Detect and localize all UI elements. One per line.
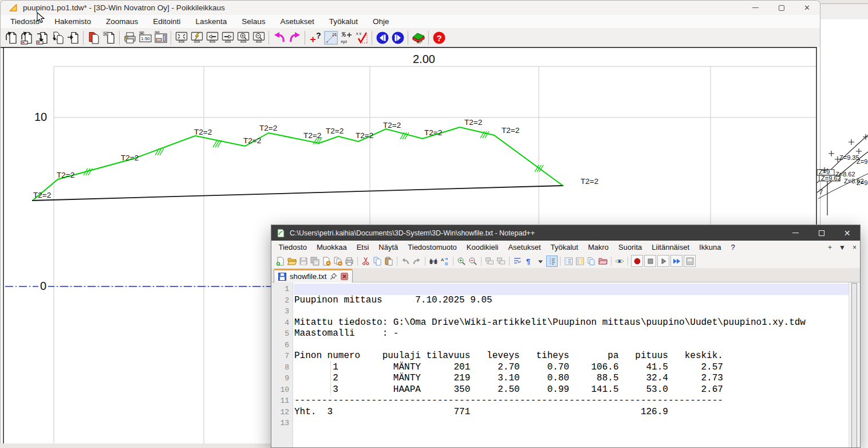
copy-icon: [373, 257, 382, 266]
np-menu-koodikieli[interactable]: Koodikieli: [461, 242, 503, 253]
menu-asetukset[interactable]: Asetukset: [273, 16, 321, 27]
pan-right-button[interactable]: [220, 30, 235, 45]
folder-workspace-button[interactable]: [597, 256, 609, 267]
np-menu-tykalut[interactable]: Työkalut: [546, 242, 583, 253]
np-menu-tiedostomuoto[interactable]: Tiedostomuoto: [403, 242, 462, 253]
paste-button[interactable]: [383, 256, 394, 267]
np-menu-muokkaa[interactable]: Muokkaa: [311, 242, 352, 253]
print-button[interactable]: [344, 256, 355, 267]
pan-left-button[interactable]: [204, 30, 220, 45]
menu-tiedosto[interactable]: Tiedosto: [3, 16, 47, 27]
menu-laskenta[interactable]: Laskenta: [188, 16, 234, 27]
tab-list-icon[interactable]: ▼: [839, 243, 846, 251]
np-menu-asetukset[interactable]: Asetukset: [503, 242, 546, 253]
doc-list-button[interactable]: [586, 256, 597, 267]
file-open-button[interactable]: [19, 30, 34, 45]
open-button[interactable]: [286, 256, 298, 267]
text-editor-area[interactable]: 12345678910111213 Puupinon mittaus 7.10.…: [271, 282, 860, 448]
redo-button[interactable]: [411, 256, 423, 267]
3dwin-titlebar[interactable]: puupino1.po1.tdw* - [3D-Win Novatron Oy]…: [1, 1, 820, 15]
sync-v-button[interactable]: [484, 256, 495, 267]
macro-stop-button[interactable]: [644, 255, 656, 267]
section-prev-button[interactable]: [374, 30, 390, 45]
file-prev-button[interactable]: [3, 30, 19, 45]
redo-button[interactable]: [287, 30, 302, 45]
line-code-21-button[interactable]: 21x: [323, 30, 338, 45]
zoom-in-button[interactable]: [456, 256, 467, 267]
zoom-out-button[interactable]: [467, 256, 479, 267]
file-save-button[interactable]: [34, 30, 50, 45]
save-all-button[interactable]: [309, 256, 321, 267]
vertical-scrollbar[interactable]: [849, 282, 860, 448]
file-copy-button[interactable]: [50, 30, 65, 45]
menu-tykalut[interactable]: Työkalut: [322, 16, 365, 27]
np-menu-tiedosto[interactable]: Tiedosto: [274, 242, 311, 253]
zoom-in-button[interactable]: [235, 30, 251, 45]
minimize-button[interactable]: [743, 1, 768, 15]
macro-save-button[interactable]: [684, 255, 696, 267]
copy-elements-button[interactable]: [86, 30, 101, 45]
np-menu-suorita[interactable]: Suorita: [614, 242, 647, 253]
minimize-button[interactable]: [783, 225, 808, 241]
macro-multi-button[interactable]: [670, 255, 682, 267]
replace-button[interactable]: AB: [439, 256, 451, 267]
pin-icon[interactable]: [330, 273, 337, 280]
zoom-all-button[interactable]: [173, 30, 189, 45]
sync-h-button[interactable]: [495, 256, 507, 267]
menu-hakemisto[interactable]: Hakemisto: [47, 16, 98, 27]
menu-ohje[interactable]: Ohje: [365, 16, 397, 27]
menu-zoomaus[interactable]: Zoomaus: [98, 16, 145, 27]
print-button[interactable]: [122, 30, 137, 45]
undo-button[interactable]: [271, 30, 287, 45]
np-menu-makro[interactable]: Makro: [583, 242, 613, 253]
np-menu-?[interactable]: ?: [726, 242, 740, 253]
close-button[interactable]: ✕: [794, 1, 820, 15]
file-export-button[interactable]: [65, 30, 81, 45]
tab-showfile[interactable]: showfile.txt: [274, 269, 353, 282]
dropdown-button[interactable]: [535, 256, 546, 267]
zoom-out-button[interactable]: [251, 30, 266, 45]
monitoring-button[interactable]: [614, 256, 625, 267]
find-button[interactable]: [428, 256, 439, 267]
close-button[interactable]: ✕: [834, 225, 860, 241]
macro-play-button[interactable]: [657, 255, 669, 267]
maximize-button[interactable]: [768, 1, 794, 15]
point-query-button[interactable]: ?: [307, 30, 323, 45]
np-menu-etsi[interactable]: Etsi: [352, 242, 374, 253]
scale-150-button[interactable]: 1:50: [137, 30, 153, 45]
undo-button[interactable]: [400, 256, 411, 267]
close-button[interactable]: [321, 256, 332, 267]
section-next-button[interactable]: [390, 30, 405, 45]
np-menu-ikkuna[interactable]: Ikkuna: [695, 242, 726, 253]
show-symbols-button[interactable]: ¶: [523, 256, 535, 267]
xyz-calc-button[interactable]: xyz: [338, 30, 354, 45]
plot-layout-button[interactable]: [153, 30, 168, 45]
new-tab-icon[interactable]: +: [828, 243, 832, 251]
np-menu-nyt[interactable]: Näytä: [374, 242, 403, 253]
new-button[interactable]: [275, 256, 286, 267]
notepad-tabbar: showfile.txt: [271, 268, 860, 282]
close-tab-icon[interactable]: ×: [853, 243, 857, 251]
macro-record-button[interactable]: [631, 255, 643, 267]
copy-button[interactable]: [372, 256, 383, 267]
y-axis-label: 10: [33, 111, 49, 123]
file-close-button[interactable]: [101, 30, 117, 45]
menu-editointi[interactable]: Editointi: [145, 16, 188, 27]
maximize-button[interactable]: [808, 225, 834, 241]
np-menu-liitnniset[interactable]: Liitännäiset: [647, 242, 695, 253]
check-points-button[interactable]: x x: [354, 30, 369, 45]
tab-close-icon[interactable]: [341, 273, 348, 280]
cut-button[interactable]: [360, 256, 372, 267]
indent-guide-button[interactable]: [546, 256, 558, 267]
word-wrap-button[interactable]: [512, 256, 523, 267]
function-list-button[interactable]: [563, 256, 574, 267]
save-button[interactable]: [298, 256, 309, 267]
help-button[interactable]: ?: [431, 30, 447, 45]
notepad-titlebar[interactable]: C:\Users\petri.kaihia\Documents\3D-Syste…: [271, 225, 860, 241]
close-all-button[interactable]: [332, 256, 344, 267]
zoom-lightning-button[interactable]: [189, 30, 204, 45]
doc-map-button[interactable]: [574, 256, 586, 267]
menu-selaus[interactable]: Selaus: [234, 16, 273, 27]
scrollbar-thumb[interactable]: [851, 283, 857, 448]
volume-m3-button[interactable]: m³: [411, 30, 426, 45]
